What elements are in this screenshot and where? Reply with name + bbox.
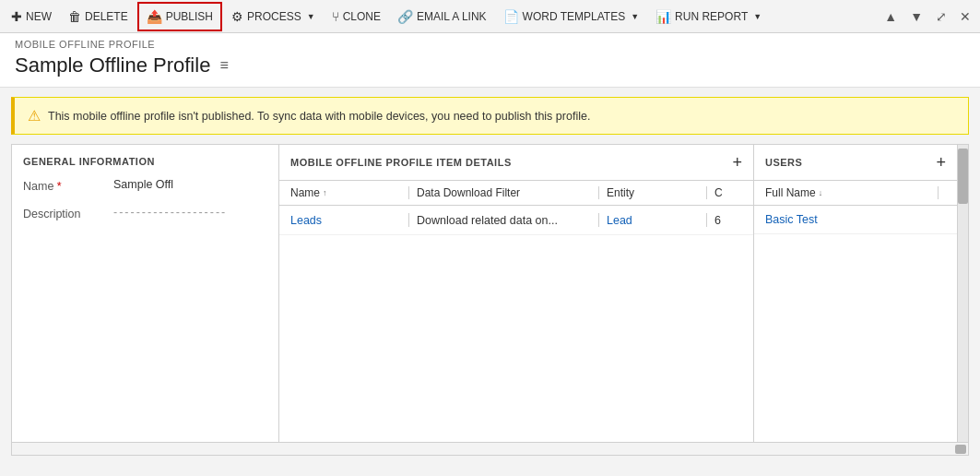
word-templates-label: WORD TEMPLATES: [523, 10, 626, 23]
users-panel-title: USERS: [765, 157, 802, 168]
col-entity-header: Entity: [607, 186, 699, 199]
publish-icon: 📤: [147, 9, 162, 24]
details-scroll-area: Leads Download related data on... Lead: [279, 206, 753, 442]
filter-value: Download related data on...: [417, 214, 558, 227]
word-templates-dropdown-arrow: ▼: [631, 12, 639, 21]
new-label: NEW: [26, 10, 52, 23]
pop-out-button[interactable]: ⤢: [930, 6, 952, 28]
scrollbar-thumb: [958, 149, 968, 204]
description-label: Description: [23, 206, 106, 220]
users-table-header: Full Name ↓: [754, 181, 957, 206]
word-templates-button[interactable]: 📄 WORD TEMPLATES ▼: [496, 2, 647, 31]
details-panel-title: MOBILE OFFLINE PROFILE ITEM DETAILS: [290, 157, 512, 168]
publish-label: PUBLISH: [166, 10, 213, 23]
new-icon: ✚: [11, 9, 22, 24]
email-link-button[interactable]: 🔗 EMAIL A LINK: [390, 2, 494, 31]
details-table-header: Name ↑ Data Download Filter Entity: [279, 181, 753, 206]
name-sort-icon: ↑: [323, 188, 327, 197]
description-value: --------------------: [113, 206, 227, 219]
toolbar: ✚ NEW 🗑 DELETE 📤 PUBLISH ⚙ PROCESS ▼ ⑂ C…: [0, 0, 980, 33]
page-title: Sample Offline Profile: [15, 54, 210, 77]
process-icon: ⚙: [231, 9, 243, 24]
description-field: Description --------------------: [23, 206, 267, 220]
scroll-up-button[interactable]: ▲: [879, 6, 903, 28]
col-divider-2: [598, 186, 599, 199]
run-report-dropdown-arrow: ▼: [753, 12, 762, 21]
warning-icon: ⚠: [28, 107, 41, 125]
delete-icon: 🗑: [68, 9, 81, 24]
run-report-button[interactable]: 📊 RUN REPORT ▼: [648, 2, 769, 31]
entity-link[interactable]: Lead: [607, 214, 632, 227]
users-add-button[interactable]: +: [936, 154, 946, 171]
col-name-header: Name ↑: [290, 186, 401, 199]
details-add-button[interactable]: +: [732, 154, 742, 171]
clone-button[interactable]: ⑂ CLONE: [325, 2, 388, 31]
email-link-icon: 🔗: [397, 9, 413, 24]
scroll-down-button[interactable]: ▼: [904, 6, 928, 28]
col-divider-3: [706, 186, 707, 199]
name-value: Sample Offl: [113, 178, 173, 191]
col-filter-header: Data Download Filter: [417, 186, 591, 199]
warning-bar: ⚠ This mobile offline profile isn't publ…: [11, 97, 969, 135]
email-link-label: EMAIL A LINK: [417, 10, 487, 23]
user-row: Basic Test: [754, 206, 957, 234]
page-header: MOBILE OFFLINE PROFILE Sample Offline Pr…: [0, 33, 980, 88]
extra-value: 6: [714, 214, 721, 227]
col-divider-1: [408, 186, 409, 199]
full-name-col-header: Full Name ↓: [765, 186, 822, 199]
users-col-divider: [938, 186, 939, 199]
col-extra-header: C: [714, 186, 742, 199]
details-panel-header: MOBILE OFFLINE PROFILE ITEM DETAILS +: [279, 145, 753, 181]
page-title-row: Sample Offline Profile ≡: [15, 54, 965, 77]
toolbar-right-actions: ▲ ▼ ⤢ ✕: [879, 6, 976, 28]
panel-general: GENERAL INFORMATION Name * Sample Offl D…: [12, 145, 279, 442]
full-name-sort-icon: ↓: [819, 188, 823, 197]
users-scroll-area: Basic Test: [754, 206, 957, 442]
main-content: GENERAL INFORMATION Name * Sample Offl D…: [11, 144, 969, 456]
bottom-scrollbar[interactable]: [12, 442, 968, 455]
panel-details: MOBILE OFFLINE PROFILE ITEM DETAILS + Na…: [279, 145, 754, 442]
name-label: Name *: [23, 178, 106, 193]
table-row: Leads Download related data on... Lead: [279, 206, 753, 235]
clone-icon: ⑂: [332, 9, 339, 24]
required-star: *: [57, 180, 62, 193]
process-label: PROCESS: [247, 10, 301, 23]
delete-label: DELETE: [85, 10, 128, 23]
close-button[interactable]: ✕: [954, 6, 976, 28]
page-subtitle: MOBILE OFFLINE PROFILE: [15, 39, 965, 50]
publish-button[interactable]: 📤 PUBLISH: [137, 2, 222, 31]
general-info-title: GENERAL INFORMATION: [23, 156, 267, 167]
new-button[interactable]: ✚ NEW: [4, 2, 59, 31]
clone-label: CLONE: [343, 10, 381, 23]
process-button[interactable]: ⚙ PROCESS ▼: [224, 2, 323, 31]
run-report-icon: 📊: [655, 9, 671, 24]
content-wrapper: MOBILE OFFLINE PROFILE Sample Offline Pr…: [0, 33, 980, 476]
panel-users: USERS + Full Name ↓: [754, 145, 957, 442]
name-field: Name * Sample Offl: [23, 178, 267, 193]
panels-with-scrollbar: GENERAL INFORMATION Name * Sample Offl D…: [12, 145, 968, 442]
run-report-label: RUN REPORT: [675, 10, 748, 23]
panels-area: GENERAL INFORMATION Name * Sample Offl D…: [12, 145, 957, 442]
process-dropdown-arrow: ▼: [307, 12, 315, 21]
users-panel-header: USERS +: [754, 145, 957, 181]
user-link[interactable]: Basic Test: [765, 213, 818, 226]
delete-button[interactable]: 🗑 DELETE: [61, 2, 136, 31]
word-templates-icon: 📄: [503, 9, 519, 24]
warning-message: This mobile offline profile isn't publis…: [48, 110, 590, 123]
bottom-scrollbar-thumb: [955, 445, 966, 454]
app-container: ✚ NEW 🗑 DELETE 📤 PUBLISH ⚙ PROCESS ▼ ⑂ C…: [0, 0, 980, 476]
leads-link[interactable]: Leads: [290, 214, 322, 227]
hamburger-icon[interactable]: ≡: [219, 57, 228, 74]
right-scrollbar[interactable]: [957, 145, 968, 442]
